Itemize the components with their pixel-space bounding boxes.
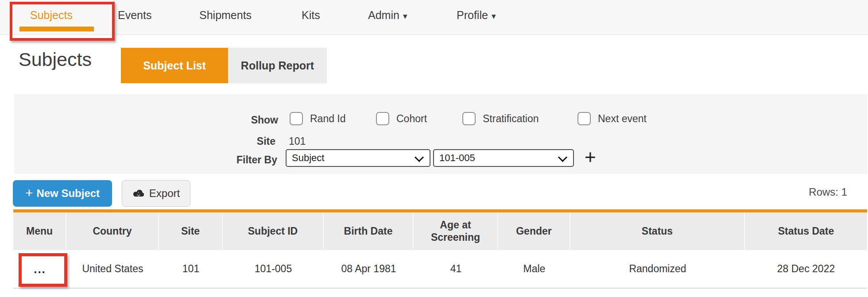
new-subject-label: New Subject <box>36 187 100 200</box>
cell-age-at-screening: 41 <box>414 250 498 288</box>
rand-id-checkbox[interactable] <box>290 112 303 125</box>
export-button[interactable]: Export <box>122 180 190 207</box>
col-header-age-at-screening: Age at Screening <box>414 212 498 250</box>
checkbox-cohort[interactable]: Cohort <box>376 112 427 125</box>
stratification-checkbox[interactable] <box>462 112 476 125</box>
table-header-row: Menu Country Site Subject ID Birth Date … <box>13 212 867 250</box>
cell-status: Randomized <box>570 250 745 288</box>
filter-value-select[interactable]: 101-005 <box>433 149 574 167</box>
nav-shipments-label: Shipments <box>199 9 252 21</box>
cell-status-date: 28 Dec 2022 <box>745 250 867 288</box>
nav-admin-label: Admin <box>368 9 399 21</box>
nav-item-kits[interactable]: Kits <box>302 9 320 22</box>
chevron-down-icon <box>415 153 424 162</box>
stratification-label: Stratification <box>483 113 539 125</box>
table-row: ... United States 101 101-005 08 Apr 198… <box>13 250 867 289</box>
page-title: Subjects <box>19 49 92 70</box>
col-header-menu: Menu <box>13 212 66 250</box>
col-header-site: Site <box>159 212 223 250</box>
nav-kits-label: Kits <box>302 9 320 21</box>
col-header-status: Status <box>570 212 745 250</box>
site-label: Site <box>191 135 275 147</box>
cohort-checkbox[interactable] <box>376 112 389 125</box>
col-header-subject-id: Subject ID <box>223 212 324 250</box>
tab-subject-list-label: Subject List <box>143 59 206 72</box>
col-header-status-date: Status Date <box>745 212 867 250</box>
tab-rollup-report[interactable]: Rollup Report <box>228 48 327 83</box>
cell-subject-id: 101-005 <box>223 250 324 288</box>
page: Subjects Events Shipments Kits Admin▾ Pr… <box>0 0 868 297</box>
checkbox-stratification[interactable]: Stratification <box>462 112 539 125</box>
tab-subject-list[interactable]: Subject List <box>121 48 228 83</box>
new-subject-button[interactable]: + New Subject <box>13 180 112 207</box>
table-accent-bar <box>13 209 867 212</box>
cohort-label: Cohort <box>396 113 427 125</box>
nav-item-admin[interactable]: Admin▾ <box>368 9 407 22</box>
filter-by-label: Filter By <box>191 154 277 166</box>
show-label: Show <box>191 114 278 126</box>
cell-site: 101 <box>159 250 223 288</box>
nav-item-profile[interactable]: Profile▾ <box>457 9 496 22</box>
col-header-country: Country <box>66 212 159 250</box>
view-tabs: Subject List Rollup Report <box>121 48 327 83</box>
rows-count: Rows: 1 <box>809 186 847 198</box>
nav-subjects-label: Subjects <box>30 9 73 21</box>
rand-id-label: Rand Id <box>310 113 346 125</box>
checkbox-rand-id[interactable]: Rand Id <box>290 112 346 125</box>
row-menu-button[interactable]: ... <box>27 260 52 278</box>
filter-type-select[interactable]: Subject <box>286 149 430 167</box>
plus-icon: + <box>25 185 33 201</box>
col-header-birth-date: Birth Date <box>324 212 414 250</box>
filter-type-selected: Subject <box>292 152 324 164</box>
next-event-label: Next event <box>598 113 647 125</box>
nav-profile-label: Profile <box>457 9 488 21</box>
top-nav: Subjects Events Shipments Kits Admin▾ Pr… <box>0 0 868 35</box>
cell-gender: Male <box>498 250 570 288</box>
caret-down-icon: ▾ <box>403 12 407 21</box>
col-header-gender: Gender <box>498 212 570 250</box>
cloud-download-icon <box>132 189 145 198</box>
caret-down-icon: ▾ <box>492 12 496 21</box>
export-label: Export <box>149 187 180 200</box>
next-event-checkbox[interactable] <box>577 112 591 125</box>
cell-country: United States <box>66 250 159 288</box>
add-filter-button[interactable]: + <box>585 147 596 168</box>
cell-birth-date: 08 Apr 1981 <box>324 250 414 288</box>
tab-rollup-report-label: Rollup Report <box>241 59 314 72</box>
checkbox-next-event[interactable]: Next event <box>577 112 647 125</box>
active-nav-underline <box>19 27 94 31</box>
filter-value-selected: 101-005 <box>439 152 475 164</box>
nav-item-shipments[interactable]: Shipments <box>199 9 252 22</box>
nav-item-subjects[interactable]: Subjects <box>30 9 73 22</box>
nav-item-events[interactable]: Events <box>118 9 151 22</box>
site-value: 101 <box>289 135 306 147</box>
nav-events-label: Events <box>118 9 151 21</box>
cell-menu: ... <box>13 250 66 288</box>
filter-panel: Show Rand Id Cohort Stratification Next … <box>14 94 867 174</box>
subjects-table: Menu Country Site Subject ID Birth Date … <box>13 209 867 289</box>
chevron-down-icon <box>558 153 567 162</box>
